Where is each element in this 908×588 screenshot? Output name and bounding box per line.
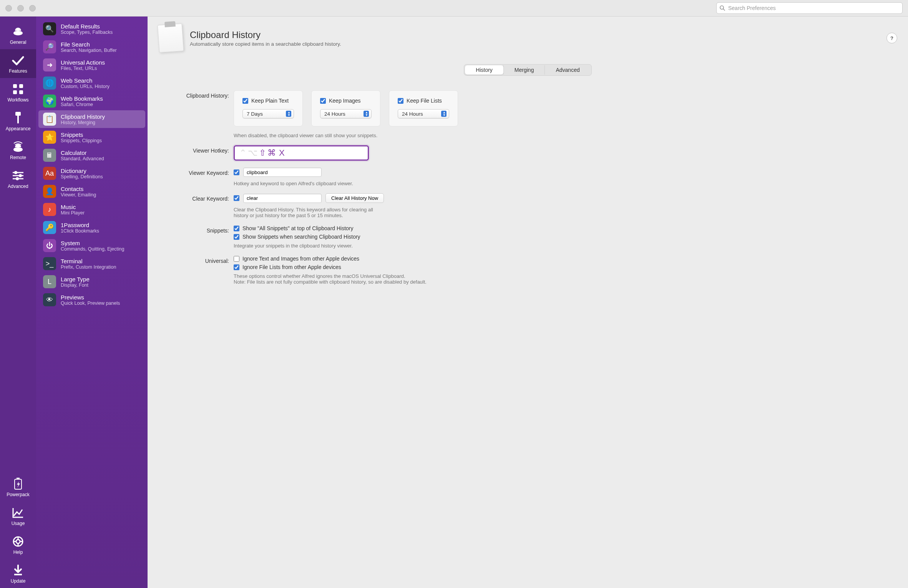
feature-sub: Spelling, Definitions xyxy=(61,174,103,179)
clipboard-header-icon xyxy=(158,23,184,53)
tab-advanced[interactable]: Advanced xyxy=(545,65,590,75)
keep-images-label: Keep Images xyxy=(329,98,361,104)
feature-system[interactable]: ⏻SystemCommands, Quitting, Ejecting xyxy=(38,237,145,254)
rail-appearance[interactable]: Appearance xyxy=(0,107,36,136)
feature-contacts[interactable]: 👤ContactsViewer, Emailing xyxy=(38,183,145,200)
feature-calculator[interactable]: 🖩CalculatorStandard, Advanced xyxy=(38,146,145,164)
close-window[interactable] xyxy=(5,5,12,12)
ignore-text-images-label: Ignore Text and Images from other Apple … xyxy=(242,256,359,262)
feature-title: Dictionary xyxy=(61,168,103,174)
plain-text-duration-select[interactable]: 7 Days▲▼ xyxy=(242,109,294,118)
feature-universal-actions[interactable]: ➜Universal ActionsFiles, Text, URLs xyxy=(38,56,145,74)
ignore-text-images-checkbox[interactable] xyxy=(234,256,239,262)
globe-icon: 🌐 xyxy=(43,76,56,90)
rail-advanced[interactable]: Advanced xyxy=(0,164,36,193)
music-icon: ♪ xyxy=(43,203,56,216)
rail-features[interactable]: Features xyxy=(0,49,36,78)
contacts-icon: 👤 xyxy=(43,185,56,198)
disabled-hint: When disabled, the clipboard viewer can … xyxy=(234,133,883,138)
zoom-window[interactable] xyxy=(29,5,36,12)
1password-icon: 🔑 xyxy=(43,221,56,234)
file-lists-duration-select[interactable]: 24 Hours▲▼ xyxy=(398,109,449,118)
select-value: 24 Hours xyxy=(402,111,423,117)
svg-rect-6 xyxy=(19,90,23,94)
rail-usage[interactable]: Usage xyxy=(0,502,36,530)
feature-title: Large Type xyxy=(61,276,90,282)
label-snippets: Snippets: xyxy=(172,225,234,234)
bookmark-icon: 🌍 xyxy=(43,95,56,108)
feature-music[interactable]: ♪MusicMini Player xyxy=(38,201,145,218)
workflows-icon xyxy=(12,83,25,96)
svg-rect-5 xyxy=(13,90,17,94)
rail-workflows[interactable]: Workflows xyxy=(0,78,36,107)
feature-terminal[interactable]: >_TerminalPrefix, Custom Integration xyxy=(38,255,145,272)
feature-sub: Display, Font xyxy=(61,282,90,288)
feature-title: System xyxy=(61,240,124,246)
feature-snippets[interactable]: ⭐SnippetsSnippets, Clippings xyxy=(38,128,145,146)
universal-hint: These options control whether Alfred ign… xyxy=(234,273,883,285)
snippets-hint: Integrate your snippets in the clipboard… xyxy=(234,243,883,249)
window-controls xyxy=(5,5,36,12)
feature-file-search[interactable]: 🔎File SearchSearch, Navigation, Buffer xyxy=(38,38,145,56)
feature-previews[interactable]: 👁PreviewsQuick Look, Preview panels xyxy=(38,291,145,309)
feature-sub: Viewer, Emailing xyxy=(61,192,96,198)
rail-update[interactable]: Update xyxy=(0,559,36,588)
large-type-icon: L xyxy=(43,275,56,288)
feature-default-results[interactable]: 🔍Default ResultsScope, Types, Fallbacks xyxy=(38,20,145,38)
terminal-icon: >_ xyxy=(43,257,56,270)
rail-label: Features xyxy=(9,68,27,74)
rail-label: Usage xyxy=(12,521,25,526)
titlebar xyxy=(0,0,908,17)
rail-powerpack[interactable]: Powerpack xyxy=(0,473,36,502)
feature-dictionary[interactable]: AaDictionarySpelling, Definitions xyxy=(38,164,145,182)
rail-general[interactable]: General xyxy=(0,20,36,49)
star-icon: ⭐ xyxy=(43,131,56,144)
show-snippets-search-checkbox[interactable] xyxy=(234,234,239,240)
clear-keyword-input[interactable] xyxy=(243,194,322,203)
label-viewer-hotkey: Viewer Hotkey: xyxy=(172,145,234,154)
feature-title: Previews xyxy=(61,294,120,301)
images-duration-select[interactable]: 24 Hours▲▼ xyxy=(320,109,372,118)
search-input[interactable] xyxy=(716,2,903,14)
content-header: Clipboard History Automatically store co… xyxy=(148,17,908,57)
feature-1password[interactable]: 🔑1Password1Click Bookmarks xyxy=(38,219,145,236)
viewer-keyword-input[interactable] xyxy=(243,168,322,177)
features-icon xyxy=(12,54,25,67)
label-universal: Universal: xyxy=(172,256,234,264)
tab-merging[interactable]: Merging xyxy=(503,65,545,75)
viewer-hotkey-field[interactable]: ⌃⌥⇧⌘X xyxy=(234,145,369,161)
content-pane: Clipboard History Automatically store co… xyxy=(148,17,908,588)
dictionary-icon: Aa xyxy=(43,167,56,180)
feature-sub: Mini Player xyxy=(61,210,85,216)
ignore-file-lists-label: Ignore File Lists from other Apple devic… xyxy=(242,264,341,270)
clear-history-button[interactable]: Clear All History Now xyxy=(325,193,384,203)
keep-plain-text-checkbox[interactable] xyxy=(242,98,248,104)
feature-list[interactable]: 🔍Default ResultsScope, Types, Fallbacks … xyxy=(36,17,148,588)
rail-label: Workflows xyxy=(7,97,28,103)
minimize-window[interactable] xyxy=(17,5,24,12)
eye-icon: 👁 xyxy=(43,293,56,306)
help-button[interactable]: ? xyxy=(886,33,897,43)
feature-title: 1Password xyxy=(61,222,99,228)
label-viewer-keyword: Viewer Keyword: xyxy=(172,168,234,176)
feature-web-bookmarks[interactable]: 🌍Web BookmarksSafari, Chrome xyxy=(38,92,145,110)
svg-rect-17 xyxy=(17,478,20,479)
label-clear-keyword: Clear Keyword: xyxy=(172,193,234,202)
clear-keyword-checkbox[interactable] xyxy=(234,195,239,201)
feature-clipboard-history[interactable]: 📋Clipboard HistoryHistory, Merging xyxy=(38,110,145,128)
show-all-snippets-checkbox[interactable] xyxy=(234,226,239,231)
rail-label: General xyxy=(10,40,27,45)
svg-point-2 xyxy=(13,31,23,35)
keep-file-lists-checkbox[interactable] xyxy=(398,98,403,104)
remote-icon xyxy=(12,140,25,153)
feature-sub: History, Merging xyxy=(61,120,105,125)
feature-large-type[interactable]: LLarge TypeDisplay, Font xyxy=(38,273,145,291)
tab-history[interactable]: History xyxy=(465,65,503,75)
rail-remote[interactable]: Remote xyxy=(0,136,36,164)
rail-help[interactable]: Help xyxy=(0,530,36,559)
feature-sub: Quick Look, Preview panels xyxy=(61,301,120,306)
ignore-file-lists-checkbox[interactable] xyxy=(234,264,239,270)
keep-images-checkbox[interactable] xyxy=(320,98,326,104)
feature-web-search[interactable]: 🌐Web SearchCustom, URLs, History xyxy=(38,74,145,92)
viewer-keyword-checkbox[interactable] xyxy=(234,169,239,175)
